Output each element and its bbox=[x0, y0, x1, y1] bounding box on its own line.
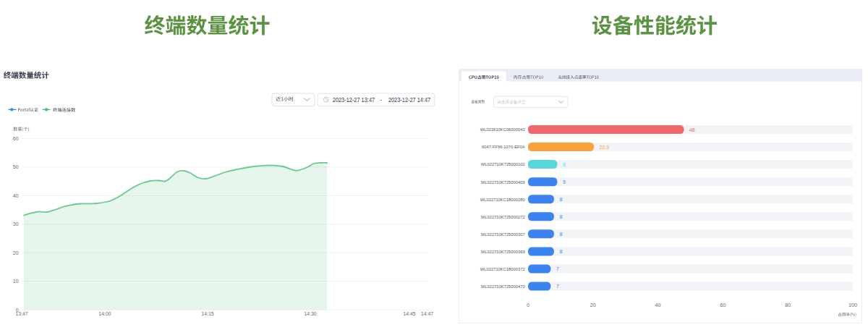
svg-text:50: 50 bbox=[13, 164, 19, 170]
svg-text:WL022710KC18000280: WL022710KC18000280 bbox=[480, 198, 525, 202]
svg-text:9: 9 bbox=[563, 162, 566, 167]
svg-text:13:47: 13:47 bbox=[15, 311, 27, 316]
svg-text:8: 8 bbox=[559, 197, 562, 202]
svg-text:20: 20 bbox=[590, 302, 596, 308]
svg-text:8: 8 bbox=[559, 214, 562, 219]
svg-text:WL022710KC18000372: WL022710KC18000372 bbox=[480, 267, 525, 271]
svg-text:2023-12-27 13:47: 2023-12-27 13:47 bbox=[333, 96, 375, 103]
svg-text:-: - bbox=[380, 96, 383, 103]
svg-text:7: 7 bbox=[556, 266, 559, 271]
svg-text:WL022710K725000369: WL022710K725000369 bbox=[481, 250, 525, 254]
svg-text:2023-12-27 14:47: 2023-12-27 14:47 bbox=[388, 96, 431, 103]
svg-text:60: 60 bbox=[13, 135, 19, 142]
svg-text:WL022710K725000307: WL022710K725000307 bbox=[481, 232, 525, 237]
svg-text:80: 80 bbox=[785, 302, 791, 308]
svg-text:WL022710K725000470: WL022710K725000470 bbox=[481, 284, 525, 289]
svg-text:30: 30 bbox=[13, 221, 19, 227]
svg-text:100: 100 bbox=[848, 302, 857, 308]
svg-text:0: 0 bbox=[527, 302, 529, 308]
svg-text:40: 40 bbox=[655, 302, 661, 308]
svg-text:14:47: 14:47 bbox=[421, 311, 433, 316]
svg-text:60: 60 bbox=[720, 302, 726, 308]
svg-text:WL023610KC06000043: WL023610KC06000043 bbox=[480, 127, 525, 132]
svg-text:WL022710K725000409: WL022710K725000409 bbox=[481, 180, 525, 185]
svg-text:8: 8 bbox=[559, 232, 562, 237]
svg-text:14:45: 14:45 bbox=[403, 311, 415, 316]
svg-text:9: 9 bbox=[563, 179, 566, 185]
svg-text:14:00: 14:00 bbox=[98, 311, 111, 316]
svg-text:10: 10 bbox=[13, 278, 19, 284]
svg-text:20: 20 bbox=[13, 250, 19, 256]
svg-text:20.3: 20.3 bbox=[600, 145, 610, 150]
svg-text:8: 8 bbox=[559, 249, 562, 254]
svg-text:48: 48 bbox=[689, 127, 695, 132]
svg-text:WL022710K725000272: WL022710K725000272 bbox=[481, 215, 525, 219]
svg-text:7: 7 bbox=[556, 284, 559, 289]
svg-text:40: 40 bbox=[13, 192, 19, 199]
svg-text:6047-FF96-1070-EF0A: 6047-FF96-1070-EF0A bbox=[482, 145, 525, 149]
svg-text:14:15: 14:15 bbox=[201, 311, 213, 316]
svg-text:WL022710K725000102: WL022710K725000102 bbox=[481, 162, 525, 166]
svg-text:14:30: 14:30 bbox=[304, 311, 316, 316]
